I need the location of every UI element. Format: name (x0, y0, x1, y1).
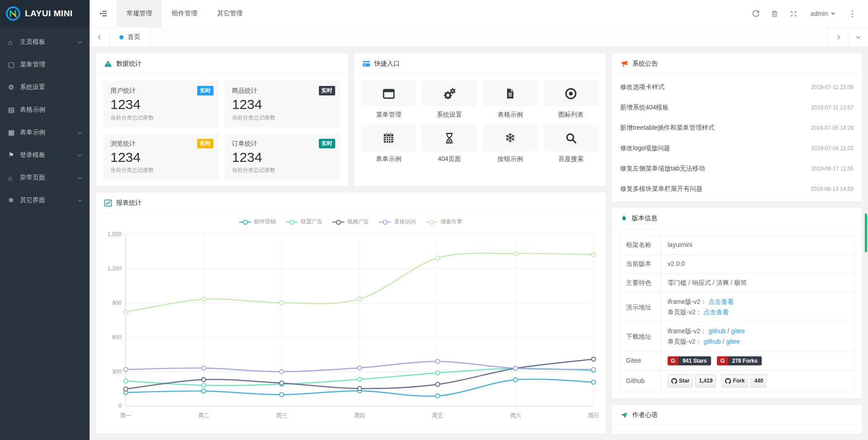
tab-operations-button[interactable] (848, 28, 868, 47)
paper-plane-icon (620, 411, 628, 419)
legend-item-2[interactable]: 视频广告 (332, 218, 369, 226)
timestamp: 2019-06-17 11:55 (811, 166, 854, 172)
card-title: 数据统计 (116, 60, 142, 68)
fullscreen-button[interactable] (784, 0, 803, 27)
table-row: 当前版本 v2.0.0 (620, 255, 854, 274)
page-scrollbar[interactable] (865, 213, 867, 252)
github-fork-button[interactable]: Fork (721, 374, 748, 388)
right-column: 系统公告 修改选项卡样式 2019-07-11 23:06 新增系统404模板 … (612, 53, 862, 434)
sidebar-item-6[interactable]: ⌂ 异常页面 (0, 166, 90, 189)
download-spa-github-link[interactable]: github (703, 338, 721, 345)
row-value: G941 Stars G278 Forks (661, 351, 854, 370)
announcement-item-1[interactable]: 新增系统404模板 2019-07-11 12:57 (612, 97, 862, 118)
chevron-down-icon (78, 175, 82, 179)
quick-entry-4[interactable]: 表单示例 (361, 125, 416, 163)
quick-entry-5[interactable]: 404页面 (422, 125, 477, 163)
demo-spa-link[interactable]: 点击查看 (703, 308, 729, 316)
github-fork-count[interactable]: 440 (750, 374, 767, 388)
header-nav-tab-1[interactable]: 组件管理 (162, 0, 207, 27)
sidebar-item-2[interactable]: ⚙ 系统设置 (0, 76, 90, 99)
table-row: 演示地址 iframe版-v2： 点击查看 单页版-v2： 点击查看 (620, 293, 854, 322)
quick-entry-7[interactable]: 百度搜索 (544, 125, 598, 163)
refresh-button[interactable] (746, 0, 765, 27)
quick-entry-2[interactable]: 表格示例 (483, 80, 537, 119)
timestamp: 2019-06-13 14:53 (811, 186, 854, 192)
quick-entry-1[interactable]: 系统设置 (422, 80, 477, 119)
app-root: LAYUI MINI ⌂ 主页模板 ▢ 菜单管理 ⚙ 系统设置 ▤ 表格示例 ▦… (0, 0, 868, 440)
sidebar-item-4[interactable]: ▦ 表单示例 (0, 121, 90, 144)
refresh-icon (752, 9, 760, 18)
announcement-item-5[interactable]: 修复多模块菜单栏展开有问题 2019-06-13 14:53 (612, 179, 862, 199)
download-iframe-github-link[interactable]: github (708, 327, 726, 335)
quick-entry-0[interactable]: 菜单管理 (361, 80, 416, 119)
sidebar-item-3[interactable]: ▤ 表格示例 (0, 99, 90, 121)
username: admin (811, 10, 828, 17)
announcement-item-0[interactable]: 修改选项卡样式 2019-07-11 23:06 (612, 77, 862, 97)
demo-iframe-link[interactable]: 点击查看 (708, 298, 734, 305)
card-author: 作者心语 本模板基于layui2.5.4以及font-awesome-4.7.0… (612, 405, 862, 434)
github-star-button[interactable]: Star (668, 374, 693, 388)
file-icon: ▤ (8, 106, 20, 114)
legend-item-0[interactable]: 邮件营销 (239, 218, 276, 226)
header-nav-tab-2[interactable]: 其它管理 (207, 0, 252, 27)
legend-item-3[interactable]: 直接访问 (379, 218, 416, 226)
status-badge: 实时 (319, 139, 335, 148)
svg-text:周六: 周六 (510, 412, 521, 419)
stat-panel-3: 订单统计 1234 当前分类总记录数 实时 (225, 133, 341, 180)
gitee-forks-badge[interactable]: G278 Forks (717, 356, 761, 365)
stat-panel-0: 用户统计 1234 当前分类总记录数 实时 (103, 80, 219, 128)
brand[interactable]: LAYUI MINI (0, 0, 90, 27)
fullscreen-icon (790, 10, 797, 18)
brand-title: LAYUI MINI (25, 9, 73, 19)
tab-scroll-left-button[interactable] (90, 28, 109, 47)
legend-item-4[interactable]: 搜索引擎 (426, 218, 462, 226)
table-row: 主要特色 零门槛 / 响应式 / 清爽 / 极简 (620, 274, 854, 293)
sidebar-item-7[interactable]: ❄ 其它界面 (0, 189, 90, 212)
card-data-stats: 数据统计 用户统计 1234 当前分类总记录数 实时 商品统计 1234 当前分… (96, 53, 348, 186)
card-title: 作者心语 (632, 411, 658, 419)
main-area: 常规管理组件管理其它管理 (90, 0, 868, 440)
left-column: 数据统计 用户统计 1234 当前分类总记录数 实时 商品统计 1234 当前分… (96, 53, 606, 434)
more-button[interactable] (843, 0, 862, 27)
gitee-stars-badge[interactable]: G941 Stars (668, 356, 711, 365)
announcement-list: 修改选项卡样式 2019-07-11 23:06 新增系统404模板 2019-… (612, 74, 862, 202)
user-menu[interactable]: admin (803, 10, 843, 17)
announcement-item-2[interactable]: 新增treetable插件和菜单管理样式 2019-07-05 14:28 (612, 118, 862, 138)
announcement-item-3[interactable]: 修改logo缩放问题 2019-07-04 11:02 (612, 138, 862, 158)
header-nav: 常规管理组件管理其它管理 (117, 0, 252, 27)
github-star-count[interactable]: 1,419 (695, 374, 716, 388)
svg-text:周三: 周三 (276, 412, 287, 419)
sidebar-item-1[interactable]: ▢ 菜单管理 (0, 53, 90, 76)
menu-collapse-button[interactable] (90, 0, 117, 27)
gears-icon (442, 87, 456, 101)
active-tab-dot-icon (119, 35, 123, 39)
sidebar-item-5[interactable]: ⚑ 登录模板 (0, 144, 90, 166)
tab-bar-spacer (151, 28, 828, 47)
chevron-down-icon (78, 39, 82, 43)
download-iframe-gitee-link[interactable]: gitee (731, 327, 745, 335)
caret-down-icon (831, 13, 835, 17)
stat-panel-2: 浏览统计 1234 当前分类总记录数 实时 (103, 133, 219, 180)
tab-scroll-right-button[interactable] (828, 28, 848, 47)
svg-text:1,500: 1,500 (108, 231, 122, 237)
announcement-item-4[interactable]: 修复左侧菜单缩放tab无法移动 2019-06-17 11:55 (612, 158, 862, 179)
quick-entry-3[interactable]: 图标列表 (544, 80, 598, 119)
svg-text:周一: 周一 (120, 412, 132, 419)
row-value: Star 1,419 Fork 440 (661, 370, 854, 392)
download-spa-gitee-link[interactable]: gitee (726, 338, 740, 345)
report-chart: 03006009001,2001,500周一周二周三周四周五周六周日 (96, 227, 606, 427)
status-badge: 实时 (319, 86, 335, 95)
stat-panel-1: 商品统计 1234 当前分类总记录数 实时 (225, 80, 341, 128)
snowflake-icon: ❄ (505, 132, 516, 145)
legend-item-1[interactable]: 联盟广告 (286, 218, 323, 226)
clear-cache-button[interactable] (765, 0, 784, 27)
sidebar-item-0[interactable]: ⌂ 主页模板 (0, 31, 90, 53)
svg-text:0: 0 (119, 403, 122, 409)
quick-entry-6[interactable]: ❄ 按钮示例 (483, 125, 537, 163)
tab-home[interactable]: 首页 (109, 28, 151, 47)
card-quick-entry: 快捷入口 菜单管理 系统设置 表格示例 图标列表 表单示例 404页面 ❄ 按钮… (354, 53, 606, 186)
row-label: 框架名称 (620, 236, 661, 255)
timestamp: 2019-07-11 12:57 (811, 104, 854, 111)
author-line1: 本模板基于layui2.5.4以及font-awesome-4.7.0进行实现。… (620, 431, 854, 434)
header-nav-tab-0[interactable]: 常规管理 (117, 0, 162, 27)
